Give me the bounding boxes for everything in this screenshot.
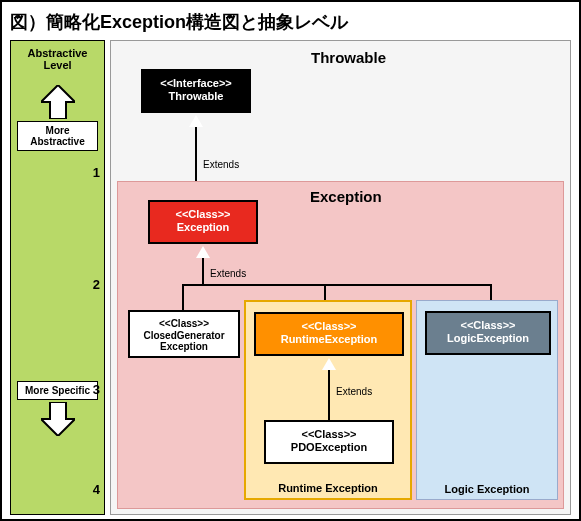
- node-exception: <<Class>> Exception: [148, 200, 258, 244]
- arrow-up-icon: [41, 85, 75, 119]
- region-logic: <<Class>> LogicException Logic Exception: [416, 300, 558, 500]
- node-runtimeexception: <<Class>> RuntimeException: [254, 312, 404, 356]
- region-title-exception: Exception: [310, 188, 382, 205]
- level-number-2: 2: [93, 277, 100, 292]
- region-title-logic: Logic Exception: [417, 483, 557, 495]
- stereo: <<Interface>>: [147, 77, 245, 89]
- connector: [328, 370, 330, 420]
- name: LogicException: [431, 332, 545, 344]
- stereo: <<Class>>: [154, 208, 252, 220]
- arrow-down-icon: [41, 402, 75, 436]
- node-throwable: <<Interface>> Throwable: [141, 69, 251, 113]
- region-exception: Exception <<Class>> Exception Extends <<…: [117, 181, 564, 509]
- node-closedgeneratorexception: <<Class>> ClosedGenerator Exception: [128, 310, 240, 358]
- stereo: <<Class>>: [431, 319, 545, 331]
- sidebar-heading: Abstractive Level: [11, 41, 104, 77]
- region-runtime: <<Class>> RuntimeException Extends <<Cla…: [244, 300, 412, 500]
- extends-label: Extends: [210, 268, 246, 279]
- label-more-specific: More Specific: [17, 381, 98, 400]
- diagram-frame: 図）簡略化Exception構造図と抽象レベル Abstractive Leve…: [0, 0, 581, 521]
- name: ClosedGenerator Exception: [134, 330, 234, 352]
- region-title-throwable: Throwable: [311, 49, 386, 66]
- extends-label: Extends: [336, 386, 372, 397]
- level-number-1: 1: [93, 165, 100, 180]
- name: PDOException: [270, 441, 388, 453]
- label-more-abstractive: More Abstractive: [17, 121, 98, 151]
- connector: [202, 258, 204, 284]
- inherit-arrow-icon: [322, 358, 336, 370]
- connector: [182, 284, 492, 286]
- inherit-arrow-icon: [196, 246, 210, 258]
- level-number-3: 3: [93, 382, 100, 397]
- connector: [182, 284, 184, 310]
- node-pdoexception: <<Class>> PDOException: [264, 420, 394, 464]
- node-logicexception: <<Class>> LogicException: [425, 311, 551, 355]
- svg-marker-1: [41, 402, 75, 436]
- abstraction-sidebar: Abstractive Level More Abstractive More …: [10, 40, 105, 515]
- main-canvas: Throwable <<Interface>> Throwable Extend…: [110, 40, 571, 515]
- name: Exception: [154, 221, 252, 233]
- stereo: <<Class>>: [270, 428, 388, 440]
- name: Throwable: [147, 90, 245, 102]
- name: RuntimeException: [260, 333, 398, 345]
- level-number-4: 4: [93, 482, 100, 497]
- diagram-title: 図）簡略化Exception構造図と抽象レベル: [10, 10, 571, 34]
- region-title-runtime: Runtime Exception: [246, 482, 410, 494]
- inherit-arrow-icon: [189, 115, 203, 127]
- extends-label: Extends: [203, 159, 239, 170]
- diagram-content: Abstractive Level More Abstractive More …: [10, 40, 571, 515]
- svg-marker-0: [41, 85, 75, 119]
- stereo: <<Class>>: [260, 320, 398, 332]
- stereo: <<Class>>: [134, 318, 234, 329]
